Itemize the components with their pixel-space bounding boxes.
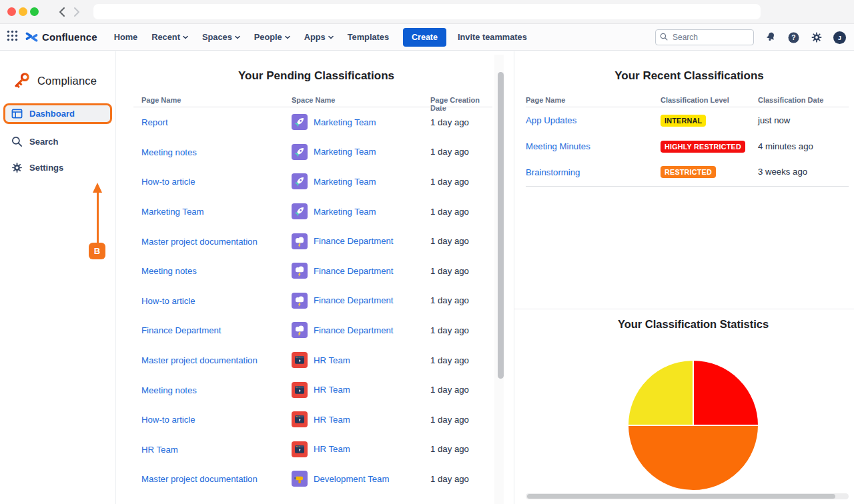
invite-teammates-button[interactable]: Invite teammates: [458, 32, 527, 42]
sidebar: Compliance Dashboard Search: [0, 51, 115, 504]
storm-cloud-icon: [292, 233, 308, 249]
table-row: How-to article Finance Department: [141, 286, 494, 316]
page-creation-date: 1 day ago: [430, 117, 494, 127]
nav-menu-item[interactable]: People: [254, 32, 290, 42]
panel-divider-horizontal: [514, 309, 854, 309]
confluence-nav: Confluence Home Recent Spaces: [0, 24, 854, 51]
nav-menu-item[interactable]: Apps: [304, 32, 334, 42]
create-button[interactable]: Create: [403, 28, 446, 47]
space-link[interactable]: Finance Department: [314, 295, 393, 305]
page-link[interactable]: Master project documentation: [141, 474, 258, 484]
page-link[interactable]: Meeting Minutes: [526, 141, 590, 151]
space-link[interactable]: Marketing Team: [314, 117, 376, 127]
pie-slice: [628, 425, 759, 491]
pending-scrollbar-thumb[interactable]: [498, 72, 504, 379]
forward-button[interactable]: [69, 5, 84, 19]
browser-window-icon: [292, 382, 308, 398]
zoom-window-button[interactable]: [30, 7, 39, 16]
table-row: Report Market: [141, 107, 494, 137]
table-row: Brainstorming RESTRICTED 3 weeks ago: [526, 159, 849, 185]
table-row: Marketing Team: [141, 197, 494, 227]
space-link[interactable]: Marketing Team: [314, 177, 376, 187]
page-link[interactable]: Master project documentation: [141, 237, 258, 247]
table-row: HR Team: [141, 435, 494, 465]
space-link[interactable]: HR Team: [314, 415, 350, 425]
panel-divider-vertical: [514, 51, 514, 504]
page-link[interactable]: Meeting notes: [141, 385, 197, 395]
space-avatar: [292, 263, 308, 279]
notifications-bell-icon[interactable]: [764, 31, 777, 44]
page-link[interactable]: Meeting notes: [141, 147, 197, 157]
settings-gear-icon[interactable]: [810, 31, 823, 44]
page-creation-date: 1 day ago: [430, 385, 494, 395]
annotation-badge-b: B: [89, 243, 105, 259]
page-link[interactable]: HR Team: [141, 445, 178, 455]
nav-menu-item-label: Home: [114, 32, 138, 42]
screen: Confluence Home Recent Spaces: [0, 0, 854, 504]
space-link[interactable]: Finance Department: [314, 266, 393, 276]
nav-menu-item[interactable]: Recent: [151, 32, 188, 42]
gear-icon: [11, 161, 23, 174]
space-link[interactable]: Finance Department: [314, 325, 393, 335]
chevron-down-icon: [183, 35, 188, 39]
nav-menu-item[interactable]: Templates: [348, 32, 389, 42]
search-input[interactable]: [655, 29, 754, 45]
sidebar-divider: [115, 51, 116, 504]
space-link[interactable]: HR Team: [314, 385, 350, 395]
search-icon: [659, 32, 669, 41]
back-button[interactable]: [55, 5, 69, 19]
space-link[interactable]: HR Team: [314, 444, 350, 454]
page-link[interactable]: How-to article: [141, 177, 195, 187]
minimize-window-button[interactable]: [19, 7, 27, 16]
space-avatar: [292, 471, 308, 487]
space-link[interactable]: Development Team: [314, 474, 389, 484]
grid-icon: [7, 30, 18, 41]
page-link[interactable]: Brainstorming: [526, 167, 580, 177]
stats-scrollbar-thumb[interactable]: [527, 494, 835, 499]
space-avatar: [292, 352, 308, 368]
space-avatar: [292, 173, 308, 189]
page-link[interactable]: Finance Department: [141, 325, 221, 335]
sidebar-item-search[interactable]: Search: [3, 131, 112, 152]
page-link[interactable]: Report: [141, 117, 168, 127]
space-link[interactable]: HR Team: [314, 355, 350, 365]
space-link[interactable]: Finance Department: [314, 236, 393, 246]
statistics-title: Your Classification Statistics: [526, 318, 854, 331]
nav-search: [655, 29, 754, 45]
confluence-logo[interactable]: Confluence: [25, 30, 97, 44]
rocket-icon: [292, 173, 308, 189]
help-icon[interactable]: ?: [787, 31, 800, 44]
space-link[interactable]: Marketing Team: [314, 147, 376, 157]
pie-slice: [693, 360, 759, 425]
close-window-button[interactable]: [7, 7, 16, 16]
chevron-right-icon: [72, 7, 81, 17]
nav-menu-item[interactable]: Home: [114, 32, 138, 42]
page-link[interactable]: Meeting notes: [141, 266, 197, 276]
page-link[interactable]: Master project documentation: [141, 355, 258, 365]
search-icon: [11, 135, 23, 148]
page-link[interactable]: App Updates: [526, 115, 576, 125]
drill-icon: [292, 471, 308, 487]
page-creation-date: 1 day ago: [430, 444, 494, 454]
nav-menu-item[interactable]: Spaces: [202, 32, 240, 42]
page-link[interactable]: How-to article: [141, 415, 195, 425]
sidebar-item-settings[interactable]: Settings: [3, 157, 112, 178]
page-link[interactable]: How-to article: [141, 296, 195, 306]
app-switcher-button[interactable]: [7, 30, 18, 44]
table-row: Meeting notes Finance Department: [141, 256, 494, 286]
chevron-left-icon: [57, 7, 67, 17]
nav-menu-item-label: People: [254, 32, 282, 42]
space-link[interactable]: Marketing Team: [314, 207, 376, 217]
page-creation-date: 1 day ago: [430, 474, 494, 484]
browser-window-icon: [292, 411, 308, 427]
nav-right-controls: ? J: [655, 24, 846, 51]
sidebar-item-label: Search: [29, 137, 58, 147]
chevron-down-icon: [235, 35, 240, 39]
nav-menu-item-label: Spaces: [202, 32, 232, 42]
page-link[interactable]: Marketing Team: [141, 207, 204, 217]
space-avatar: [292, 322, 308, 338]
user-avatar[interactable]: J: [833, 31, 846, 44]
space-avatar: [292, 144, 308, 160]
url-bar[interactable]: [93, 4, 761, 19]
sidebar-item-dashboard[interactable]: Dashboard: [3, 103, 112, 124]
